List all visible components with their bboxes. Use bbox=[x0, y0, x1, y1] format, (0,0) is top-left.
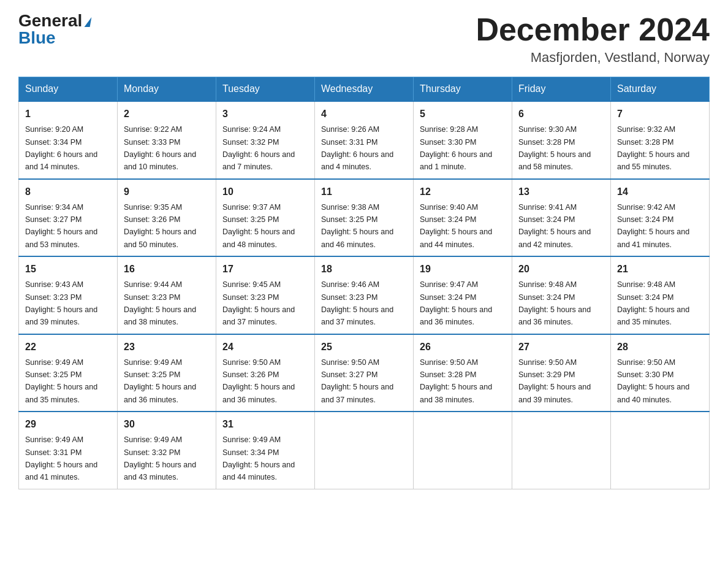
day-number: 15 bbox=[25, 262, 111, 277]
calendar-cell: 22Sunrise: 9:49 AMSunset: 3:25 PMDayligh… bbox=[19, 334, 118, 412]
calendar-cell: 7Sunrise: 9:32 AMSunset: 3:28 PMDaylight… bbox=[611, 101, 710, 179]
day-number: 26 bbox=[420, 340, 506, 354]
calendar-cell: 14Sunrise: 9:42 AMSunset: 3:24 PMDayligh… bbox=[611, 179, 710, 257]
calendar-cell: 24Sunrise: 9:50 AMSunset: 3:26 PMDayligh… bbox=[216, 334, 315, 412]
day-number: 2 bbox=[124, 107, 210, 121]
day-info: Sunrise: 9:42 AMSunset: 3:24 PMDaylight:… bbox=[617, 203, 689, 249]
day-info: Sunrise: 9:49 AMSunset: 3:32 PMDaylight:… bbox=[124, 435, 196, 481]
calendar-cell: 9Sunrise: 9:35 AMSunset: 3:26 PMDaylight… bbox=[118, 179, 216, 257]
calendar-cell: 28Sunrise: 9:50 AMSunset: 3:30 PMDayligh… bbox=[611, 334, 710, 412]
calendar-cell: 12Sunrise: 9:40 AMSunset: 3:24 PMDayligh… bbox=[414, 179, 512, 257]
day-info: Sunrise: 9:50 AMSunset: 3:28 PMDaylight:… bbox=[420, 358, 492, 404]
calendar-cell: 25Sunrise: 9:50 AMSunset: 3:27 PMDayligh… bbox=[315, 334, 414, 412]
day-info: Sunrise: 9:24 AMSunset: 3:32 PMDaylight:… bbox=[222, 125, 295, 171]
calendar-cell: 29Sunrise: 9:49 AMSunset: 3:31 PMDayligh… bbox=[19, 412, 118, 489]
calendar-cell bbox=[315, 412, 414, 489]
day-info: Sunrise: 9:49 AMSunset: 3:25 PMDaylight:… bbox=[124, 358, 196, 404]
day-number: 28 bbox=[617, 340, 703, 354]
day-number: 23 bbox=[124, 340, 210, 354]
day-number: 13 bbox=[518, 185, 604, 199]
day-info: Sunrise: 9:20 AMSunset: 3:34 PMDaylight:… bbox=[25, 125, 97, 171]
calendar-cell: 4Sunrise: 9:26 AMSunset: 3:31 PMDaylight… bbox=[315, 101, 414, 179]
calendar-week-row: 8Sunrise: 9:34 AMSunset: 3:27 PMDaylight… bbox=[19, 179, 710, 257]
calendar-week-row: 29Sunrise: 9:49 AMSunset: 3:31 PMDayligh… bbox=[19, 412, 710, 489]
day-number: 10 bbox=[222, 185, 308, 199]
day-info: Sunrise: 9:46 AMSunset: 3:23 PMDaylight:… bbox=[321, 280, 393, 326]
col-header-sunday: Sunday bbox=[19, 77, 118, 102]
day-info: Sunrise: 9:22 AMSunset: 3:33 PMDaylight:… bbox=[124, 125, 196, 171]
day-number: 25 bbox=[321, 340, 407, 354]
calendar-week-row: 15Sunrise: 9:43 AMSunset: 3:23 PMDayligh… bbox=[19, 256, 710, 334]
col-header-saturday: Saturday bbox=[611, 77, 710, 102]
day-number: 31 bbox=[222, 417, 308, 432]
day-number: 9 bbox=[124, 185, 210, 199]
day-number: 5 bbox=[420, 107, 506, 121]
month-title: December 2024 bbox=[476, 12, 710, 47]
day-number: 20 bbox=[518, 262, 604, 277]
day-number: 12 bbox=[420, 185, 506, 199]
day-number: 8 bbox=[25, 185, 111, 199]
day-number: 30 bbox=[124, 417, 210, 432]
day-info: Sunrise: 9:44 AMSunset: 3:23 PMDaylight:… bbox=[124, 280, 196, 326]
day-info: Sunrise: 9:30 AMSunset: 3:28 PMDaylight:… bbox=[518, 125, 591, 171]
day-number: 1 bbox=[25, 107, 111, 121]
col-header-tuesday: Tuesday bbox=[216, 77, 315, 102]
day-number: 17 bbox=[222, 262, 308, 277]
day-info: Sunrise: 9:47 AMSunset: 3:24 PMDaylight:… bbox=[420, 280, 492, 326]
calendar-cell: 5Sunrise: 9:28 AMSunset: 3:30 PMDaylight… bbox=[414, 101, 512, 179]
day-info: Sunrise: 9:50 AMSunset: 3:27 PMDaylight:… bbox=[321, 358, 393, 404]
day-number: 22 bbox=[25, 340, 111, 354]
day-number: 21 bbox=[617, 262, 703, 277]
calendar-cell: 31Sunrise: 9:49 AMSunset: 3:34 PMDayligh… bbox=[216, 412, 315, 489]
calendar-cell: 11Sunrise: 9:38 AMSunset: 3:25 PMDayligh… bbox=[315, 179, 414, 257]
logo-blue-text: Blue bbox=[18, 28, 56, 47]
day-number: 24 bbox=[222, 340, 308, 354]
calendar-week-row: 1Sunrise: 9:20 AMSunset: 3:34 PMDaylight… bbox=[19, 101, 710, 179]
title-block: December 2024 Masfjorden, Vestland, Norw… bbox=[476, 12, 710, 66]
day-number: 7 bbox=[617, 107, 703, 121]
logo-general-text: General bbox=[18, 12, 82, 29]
day-info: Sunrise: 9:26 AMSunset: 3:31 PMDaylight:… bbox=[321, 125, 393, 171]
day-info: Sunrise: 9:35 AMSunset: 3:26 PMDaylight:… bbox=[124, 203, 196, 249]
col-header-friday: Friday bbox=[512, 77, 611, 102]
day-number: 16 bbox=[124, 262, 210, 277]
col-header-monday: Monday bbox=[118, 77, 216, 102]
day-info: Sunrise: 9:32 AMSunset: 3:28 PMDaylight:… bbox=[617, 125, 689, 171]
day-number: 14 bbox=[617, 185, 703, 199]
calendar-cell: 6Sunrise: 9:30 AMSunset: 3:28 PMDaylight… bbox=[512, 101, 611, 179]
day-info: Sunrise: 9:50 AMSunset: 3:30 PMDaylight:… bbox=[617, 358, 689, 404]
calendar-cell: 21Sunrise: 9:48 AMSunset: 3:24 PMDayligh… bbox=[611, 256, 710, 334]
calendar-cell: 19Sunrise: 9:47 AMSunset: 3:24 PMDayligh… bbox=[414, 256, 512, 334]
day-info: Sunrise: 9:50 AMSunset: 3:26 PMDaylight:… bbox=[222, 358, 295, 404]
col-header-thursday: Thursday bbox=[414, 77, 512, 102]
calendar-cell: 23Sunrise: 9:49 AMSunset: 3:25 PMDayligh… bbox=[118, 334, 216, 412]
calendar-cell: 17Sunrise: 9:45 AMSunset: 3:23 PMDayligh… bbox=[216, 256, 315, 334]
calendar-cell: 18Sunrise: 9:46 AMSunset: 3:23 PMDayligh… bbox=[315, 256, 414, 334]
calendar-cell: 8Sunrise: 9:34 AMSunset: 3:27 PMDaylight… bbox=[19, 179, 118, 257]
day-info: Sunrise: 9:49 AMSunset: 3:31 PMDaylight:… bbox=[25, 435, 97, 481]
day-info: Sunrise: 9:45 AMSunset: 3:23 PMDaylight:… bbox=[222, 280, 295, 326]
day-info: Sunrise: 9:38 AMSunset: 3:25 PMDaylight:… bbox=[321, 203, 393, 249]
day-info: Sunrise: 9:43 AMSunset: 3:23 PMDaylight:… bbox=[25, 280, 97, 326]
calendar-cell bbox=[414, 412, 512, 489]
calendar-header-row: SundayMondayTuesdayWednesdayThursdayFrid… bbox=[19, 77, 710, 102]
calendar-cell: 20Sunrise: 9:48 AMSunset: 3:24 PMDayligh… bbox=[512, 256, 611, 334]
calendar-cell: 26Sunrise: 9:50 AMSunset: 3:28 PMDayligh… bbox=[414, 334, 512, 412]
day-info: Sunrise: 9:49 AMSunset: 3:34 PMDaylight:… bbox=[222, 435, 295, 481]
page-header: General Blue December 2024 Masfjorden, V… bbox=[18, 12, 710, 66]
calendar-cell bbox=[512, 412, 611, 489]
calendar-cell: 27Sunrise: 9:50 AMSunset: 3:29 PMDayligh… bbox=[512, 334, 611, 412]
calendar-cell: 15Sunrise: 9:43 AMSunset: 3:23 PMDayligh… bbox=[19, 256, 118, 334]
logo: General Blue bbox=[18, 12, 91, 47]
day-info: Sunrise: 9:28 AMSunset: 3:30 PMDaylight:… bbox=[420, 125, 492, 171]
calendar-cell: 3Sunrise: 9:24 AMSunset: 3:32 PMDaylight… bbox=[216, 101, 315, 179]
calendar-cell bbox=[611, 412, 710, 489]
location-title: Masfjorden, Vestland, Norway bbox=[476, 50, 710, 66]
day-number: 27 bbox=[518, 340, 604, 354]
day-info: Sunrise: 9:49 AMSunset: 3:25 PMDaylight:… bbox=[25, 358, 97, 404]
calendar-cell: 30Sunrise: 9:49 AMSunset: 3:32 PMDayligh… bbox=[118, 412, 216, 489]
day-number: 6 bbox=[518, 107, 604, 121]
col-header-wednesday: Wednesday bbox=[315, 77, 414, 102]
day-number: 19 bbox=[420, 262, 506, 277]
calendar-cell: 13Sunrise: 9:41 AMSunset: 3:24 PMDayligh… bbox=[512, 179, 611, 257]
